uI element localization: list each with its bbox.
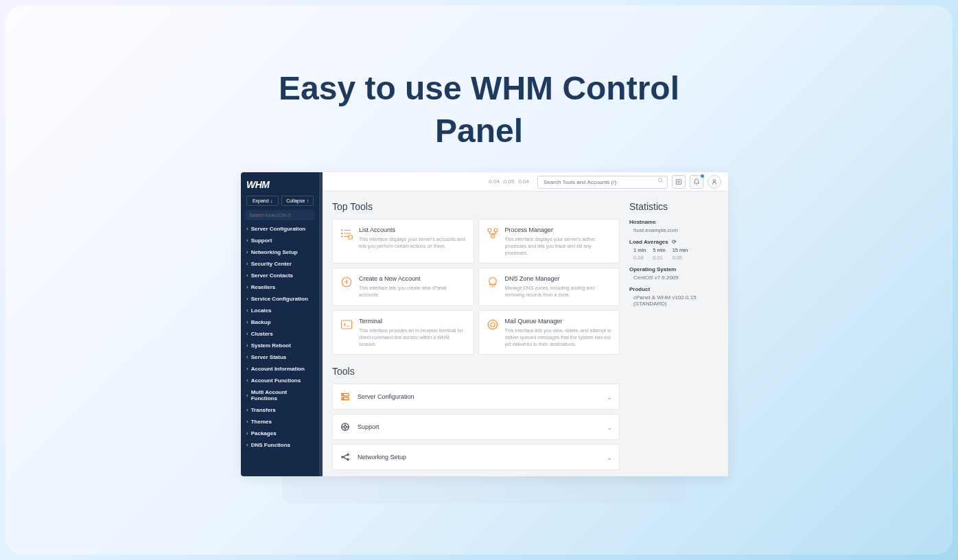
chevron-right-icon: › <box>246 319 248 325</box>
tool-card-title: Mail Queue Manager <box>505 318 613 325</box>
sidebar-item[interactable]: ›Support <box>241 235 319 246</box>
svg-point-44 <box>347 454 349 456</box>
user-menu-button[interactable] <box>708 175 721 189</box>
tool-card[interactable]: Process Manager This interface displays … <box>478 219 620 264</box>
sidebar-item-label: Multi Account Functions <box>251 389 314 401</box>
chevron-right-icon: › <box>246 354 248 360</box>
sidebar-search-input[interactable] <box>245 210 315 220</box>
sidebar-item-label: Account Functions <box>251 377 301 384</box>
collapse-button[interactable]: Collapse ↑ <box>281 196 314 206</box>
list-icon <box>340 226 353 240</box>
chevron-right-icon: › <box>246 407 248 413</box>
chevron-right-icon: › <box>246 226 248 232</box>
tool-card[interactable]: List Accounts This interface displays yo… <box>332 219 474 264</box>
refresh-icon[interactable]: ⟳ <box>672 239 677 245</box>
svg-point-0 <box>659 178 662 182</box>
sidebar-item[interactable]: ›Account Information <box>241 363 319 375</box>
sidebar-item-label: Resellers <box>251 284 276 290</box>
tool-card-description: This interface displays your server's ac… <box>359 236 467 250</box>
sidebar-item-label: Clusters <box>251 331 273 337</box>
sidebar-item[interactable]: ›Security Center <box>241 258 319 270</box>
mail-icon <box>486 318 500 331</box>
sidebar-item[interactable]: ›DNS Functions <box>241 439 319 451</box>
svg-point-5 <box>713 179 715 181</box>
tool-card-title: Create a New Account <box>359 275 467 282</box>
sidebar-item-label: Server Contacts <box>251 272 293 279</box>
load-averages-label: Load Averages ⟳ <box>629 239 718 245</box>
sidebar-item-label: Backup <box>251 319 271 325</box>
chevron-right-icon: › <box>246 393 248 399</box>
arrow-up-icon: ↑ <box>306 198 309 203</box>
load-averages-table: 1 min0.08 5 min0.01 15 min0.05 <box>629 247 718 261</box>
os-value: CentOS v7.9.2009 <box>629 275 718 281</box>
svg-point-28 <box>488 320 498 329</box>
notifications-button[interactable] <box>690 175 703 189</box>
tool-card[interactable]: DNS DNS Zone Manager Manage DNS zones, i… <box>478 268 620 306</box>
sidebar-item[interactable]: ›Themes <box>241 416 319 428</box>
sidebar-item[interactable]: ›Locales <box>241 305 319 316</box>
top-search-input[interactable] <box>537 176 668 189</box>
sidebar-item-label: DNS Functions <box>251 442 290 448</box>
sidebar-item-label: Support <box>251 237 272 244</box>
sidebar-item[interactable]: ›Server Contacts <box>241 270 319 281</box>
chevron-down-icon: ⌄ <box>607 423 612 431</box>
network-icon <box>340 452 351 463</box>
svg-rect-25 <box>342 320 352 329</box>
svg-point-45 <box>347 459 349 460</box>
tool-card[interactable]: Terminal This interface provides an in-b… <box>332 310 474 355</box>
chevron-down-icon: ⌄ <box>607 454 612 461</box>
tool-card-description: This interface lets you create new cPane… <box>359 285 467 299</box>
tool-row-title: Support <box>358 423 600 430</box>
tool-row-title: Server Configuration <box>358 393 600 400</box>
expand-button[interactable]: Expand ↓ <box>246 196 279 206</box>
chevron-right-icon: › <box>246 272 248 279</box>
sidebar-item[interactable]: ›Server Configuration <box>241 223 319 235</box>
sidebar-item[interactable]: ›Clusters <box>241 328 319 340</box>
sidebar-item[interactable]: ›Server Status <box>241 351 319 363</box>
tool-row[interactable]: Networking Setup ⌄ <box>332 444 620 470</box>
topbar-load-mini: 0.04 0.05 0.04 <box>489 178 529 185</box>
tool-card[interactable]: Create a New Account This interface lets… <box>332 268 474 306</box>
tool-card-title: Process Manager <box>505 226 613 233</box>
svg-point-36 <box>343 399 344 399</box>
hostname-label: Hostname <box>629 219 718 225</box>
news-button[interactable] <box>672 175 686 189</box>
chevron-right-icon: › <box>246 442 248 448</box>
sidebar-item[interactable]: ›Resellers <box>241 281 319 293</box>
top-tools-heading: Top Tools <box>332 201 620 212</box>
svg-rect-12 <box>349 235 352 239</box>
product-value: cPanel & WHM v102.0.15 (STANDARD) <box>629 294 718 307</box>
tool-card-description: Manage DNS zones, including adding and r… <box>505 285 613 299</box>
create-icon <box>340 275 353 289</box>
sidebar-item[interactable]: ›System Reboot <box>241 340 319 351</box>
dns-icon: DNS <box>486 275 500 289</box>
svg-rect-2 <box>676 179 681 184</box>
sidebar-item[interactable]: ›Packages <box>241 428 319 439</box>
tool-row[interactable]: Support ⌄ <box>332 414 620 440</box>
support-icon <box>340 421 351 432</box>
chevron-right-icon: › <box>246 284 248 290</box>
sidebar-item[interactable]: ›Account Functions <box>241 375 319 386</box>
tool-row-title: Networking Setup <box>358 454 600 460</box>
sidebar-item[interactable]: ›Service Configuration <box>241 293 319 305</box>
whm-window: WHM Expand ↓ Collapse ↑ ›Server Configur… <box>241 172 728 476</box>
sidebar-item-label: Packages <box>251 430 277 436</box>
svg-line-1 <box>662 181 663 183</box>
sidebar-nav: ›Server Configuration›Support›Networking… <box>241 223 319 476</box>
tool-card-title: List Accounts <box>359 226 467 233</box>
sidebar-item[interactable]: ›Backup <box>241 316 319 328</box>
svg-text:DNS: DNS <box>490 285 495 288</box>
tool-card[interactable]: Mail Queue Manager This interface lets y… <box>478 310 620 355</box>
svg-point-9 <box>342 230 343 231</box>
tool-card-title: DNS Zone Manager <box>505 275 613 282</box>
terminal-icon <box>340 318 353 331</box>
topbar: 0.04 0.05 0.04 <box>323 172 728 191</box>
sidebar-item[interactable]: ›Transfers <box>241 404 319 416</box>
chevron-right-icon: › <box>246 342 248 349</box>
sidebar-item-label: Server Configuration <box>251 226 306 232</box>
sidebar-item[interactable]: ›Multi Account Functions <box>241 386 319 404</box>
sidebar-item[interactable]: ›Networking Setup <box>241 246 319 258</box>
page-title: Easy to use WHM ControlPanel <box>5 67 953 153</box>
tool-row[interactable]: Server Configuration ⌄ <box>332 384 620 410</box>
sidebar-item-label: Locales <box>251 307 272 314</box>
